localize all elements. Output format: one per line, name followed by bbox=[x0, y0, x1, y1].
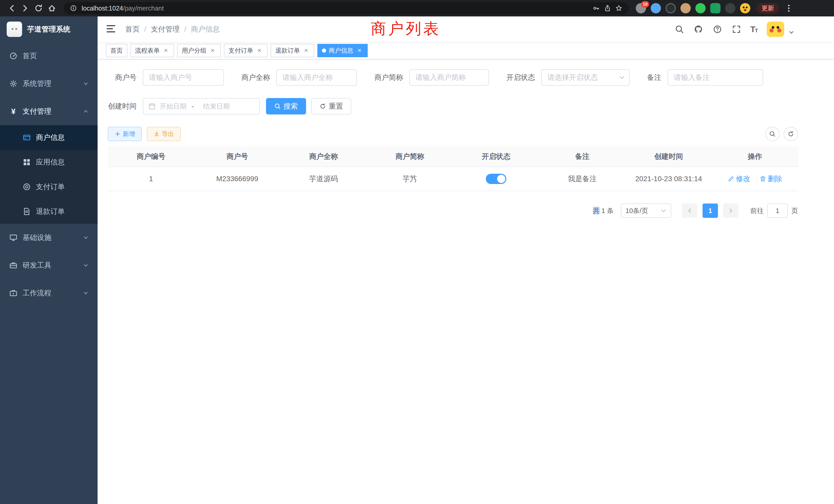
sidebar-item-label: 应用信息 bbox=[36, 157, 65, 167]
top-navbar: 首页 / 支付管理 / 商户信息 商户列表 TT bbox=[97, 17, 834, 42]
sidebar-item-infrastructure[interactable]: 基础设施 bbox=[0, 224, 97, 251]
sidebar-item-merchant-info[interactable]: 商户信息 bbox=[0, 125, 97, 150]
extension-icon[interactable] bbox=[680, 3, 691, 13]
forward-icon[interactable] bbox=[19, 2, 32, 15]
chevron-down-icon bbox=[83, 81, 88, 86]
sidebar-item-app-info[interactable]: 应用信息 bbox=[0, 150, 97, 175]
filter-label: 商户号 bbox=[108, 73, 137, 83]
remark-input[interactable] bbox=[667, 69, 763, 86]
sidebar-fold-icon[interactable] bbox=[106, 24, 117, 35]
sidebar-item-refund-order[interactable]: 退款订单 bbox=[0, 199, 97, 224]
update-button[interactable]: 更新 bbox=[756, 3, 779, 14]
sidebar-item-payment[interactable]: ¥ 支付管理 bbox=[0, 97, 97, 125]
close-icon[interactable]: × bbox=[256, 47, 263, 54]
breadcrumb-item[interactable]: 支付管理 bbox=[151, 24, 180, 34]
reset-button[interactable]: 重置 bbox=[311, 98, 351, 114]
sidebar-item-home[interactable]: 首页 bbox=[0, 42, 97, 70]
prev-page-button[interactable] bbox=[682, 204, 697, 218]
cell-short-name: 芋艿 bbox=[367, 167, 453, 191]
filter-remark: 备注 bbox=[647, 69, 763, 86]
chevron-down-icon bbox=[83, 291, 88, 296]
help-icon[interactable] bbox=[712, 24, 723, 35]
tab-process-form[interactable]: 流程表单× bbox=[130, 44, 174, 57]
goto-page-input[interactable] bbox=[767, 204, 788, 218]
table-row: 1 M233666999 芋道源码 芋艿 我是备注 2021-10-23 08:… bbox=[108, 167, 798, 191]
kebab-menu-icon[interactable] bbox=[782, 2, 795, 15]
close-icon[interactable]: × bbox=[209, 47, 216, 54]
export-button[interactable]: 导出 bbox=[147, 127, 181, 141]
add-button[interactable]: 新增 bbox=[108, 127, 142, 141]
home-icon[interactable] bbox=[45, 2, 59, 15]
cell-create-time: 2021-10-23 08:31:14 bbox=[626, 167, 712, 191]
fullscreen-icon[interactable] bbox=[731, 24, 742, 35]
user-avatar[interactable] bbox=[767, 22, 784, 37]
search-button[interactable]: 搜索 bbox=[266, 98, 306, 114]
column-header: 商户编号 bbox=[108, 146, 194, 167]
page-number-button[interactable]: 1 bbox=[703, 204, 718, 218]
extension-badge: 10 bbox=[641, 1, 649, 7]
tab-merchant-info[interactable]: 商户信息× bbox=[317, 44, 368, 57]
red-annotation: 商户列表 bbox=[371, 21, 441, 37]
refresh-table-button[interactable] bbox=[784, 127, 798, 141]
sidebar-item-dev-tools[interactable]: 研发工具 bbox=[0, 251, 97, 279]
trash-icon bbox=[760, 176, 766, 182]
extension-icon[interactable] bbox=[740, 3, 750, 13]
filter-merchant-no: 商户号 bbox=[108, 69, 224, 86]
tab-user-group[interactable]: 用户分组× bbox=[177, 44, 221, 57]
filter-label: 备注 bbox=[647, 73, 661, 83]
sidebar-item-label: 支付管理 bbox=[23, 107, 51, 116]
page-size-select[interactable]: 10条/页 bbox=[621, 204, 671, 218]
close-icon[interactable]: × bbox=[356, 47, 363, 54]
delete-link[interactable]: 删除 bbox=[760, 174, 782, 184]
url-bar[interactable]: localhost:1024/pay/merchant bbox=[64, 2, 629, 14]
github-icon[interactable] bbox=[693, 24, 704, 35]
column-header: 开启状态 bbox=[453, 146, 539, 167]
extension-icon[interactable] bbox=[665, 3, 676, 13]
close-icon[interactable]: × bbox=[303, 47, 310, 54]
status-toggle[interactable] bbox=[486, 174, 506, 184]
back-icon[interactable] bbox=[5, 2, 19, 15]
share-icon[interactable] bbox=[602, 3, 613, 14]
search-icon[interactable] bbox=[674, 24, 684, 35]
extension-icon[interactable] bbox=[695, 3, 706, 13]
caret-down-icon[interactable] bbox=[789, 30, 794, 35]
key-icon[interactable] bbox=[591, 3, 602, 14]
full-name-input[interactable] bbox=[276, 69, 357, 86]
column-header: 操作 bbox=[712, 146, 798, 167]
edit-link[interactable]: 修改 bbox=[728, 174, 750, 184]
cell-status bbox=[453, 167, 539, 191]
breadcrumb-separator: / bbox=[144, 25, 146, 33]
date-separator: - bbox=[192, 102, 194, 110]
close-icon[interactable]: × bbox=[162, 47, 170, 54]
extension-icon[interactable] bbox=[710, 3, 721, 13]
chevron-down-icon bbox=[83, 263, 88, 268]
extension-icon[interactable]: 10 bbox=[636, 3, 646, 13]
cell-remark: 我是备注 bbox=[539, 167, 626, 191]
table-header-row: 商户编号 商户号 商户全称 商户简称 开启状态 备注 创建时间 操作 bbox=[108, 146, 798, 167]
bookmark-star-icon[interactable] bbox=[613, 3, 624, 14]
reload-icon[interactable] bbox=[32, 2, 45, 15]
tab-home[interactable]: 首页 bbox=[106, 44, 127, 57]
info-icon[interactable] bbox=[68, 3, 79, 14]
sidebar-item-workflow[interactable]: 工作流程 bbox=[0, 279, 97, 307]
sidebar-item-label: 首页 bbox=[23, 51, 37, 61]
merchant-no-input[interactable] bbox=[143, 69, 224, 86]
next-page-button[interactable] bbox=[723, 204, 739, 218]
column-header: 商户号 bbox=[194, 146, 280, 167]
tab-pay-order[interactable]: 支付订单× bbox=[224, 44, 267, 57]
sidebar-item-system[interactable]: 系统管理 bbox=[0, 70, 97, 97]
font-size-icon[interactable]: TT bbox=[750, 25, 758, 33]
short-name-input[interactable] bbox=[409, 69, 489, 86]
tab-refund-order[interactable]: 退款订单× bbox=[271, 44, 314, 57]
sidebar-submenu-payment: 商户信息 应用信息 支付订单 退款订单 bbox=[0, 125, 97, 224]
sidebar-item-pay-order[interactable]: 支付订单 bbox=[0, 175, 97, 199]
app-logo[interactable]: 芋道管理系统 bbox=[0, 17, 97, 42]
breadcrumb-item[interactable]: 首页 bbox=[125, 24, 140, 34]
filter-form-row-2: 创建时间 开始日期 - 结束日期 搜索 重置 bbox=[108, 98, 798, 114]
date-range-picker[interactable]: 开始日期 - 结束日期 bbox=[143, 98, 260, 114]
breadcrumb: 首页 / 支付管理 / 商户信息 bbox=[125, 24, 220, 34]
status-select[interactable]: 请选择开启状态 bbox=[541, 69, 630, 86]
toggle-search-button[interactable] bbox=[765, 127, 780, 141]
extension-icon[interactable] bbox=[651, 3, 661, 13]
extension-icon[interactable] bbox=[725, 3, 736, 13]
